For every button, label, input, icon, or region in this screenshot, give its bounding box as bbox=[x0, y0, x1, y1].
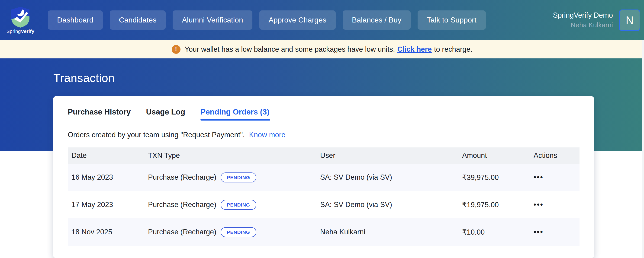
org-name: SpringVerify Demo bbox=[553, 11, 613, 19]
nav-talk-to-support-button[interactable]: Talk to Support bbox=[418, 10, 486, 30]
avatar[interactable]: N bbox=[619, 9, 640, 31]
tab-usage-log[interactable]: Usage Log bbox=[146, 108, 185, 121]
cell-amount: ₹39,975.00 bbox=[458, 173, 530, 182]
cell-date: 16 May 2023 bbox=[68, 173, 144, 182]
transaction-card: Purchase History Usage Log Pending Order… bbox=[53, 96, 594, 258]
cell-txn-type: Purchase (Recharge) PENDING bbox=[144, 173, 316, 182]
status-badge: PENDING bbox=[220, 227, 256, 237]
nav-dashboard-button[interactable]: Dashboard bbox=[48, 10, 103, 30]
top-nav-bar: SpringVerify Dashboard Candidates Alumni… bbox=[0, 0, 644, 40]
table-row: 18 Nov 2025 Purchase (Recharge) PENDING … bbox=[68, 218, 580, 246]
shield-logo-icon bbox=[10, 6, 30, 28]
txn-type-text: Purchase (Recharge) bbox=[148, 201, 216, 209]
status-badge: PENDING bbox=[220, 173, 256, 182]
txn-type-text: Purchase (Recharge) bbox=[148, 228, 216, 236]
nav-candidates-button[interactable]: Candidates bbox=[110, 10, 166, 30]
table-header-row: Date TXN Type User Amount Actions bbox=[68, 147, 580, 164]
cell-date: 17 May 2023 bbox=[68, 201, 144, 209]
column-header-user: User bbox=[316, 151, 458, 160]
cell-date: 18 Nov 2025 bbox=[68, 228, 144, 236]
recharge-link[interactable]: Click here bbox=[398, 45, 432, 53]
scrollbar[interactable] bbox=[642, 40, 644, 258]
low-balance-banner: ! Your wallet has a low balance and some… bbox=[0, 40, 644, 58]
cell-amount: ₹19,975.00 bbox=[458, 201, 530, 209]
nav-alumni-verification-button[interactable]: Alumni Verification bbox=[172, 10, 252, 30]
cell-user: Neha Kulkarni bbox=[316, 228, 458, 236]
table-row: 16 May 2023 Purchase (Recharge) PENDING … bbox=[68, 164, 580, 191]
more-actions-icon[interactable]: ••• bbox=[534, 173, 544, 181]
status-badge: PENDING bbox=[220, 200, 256, 210]
description-text: Orders created by your team using "Reque… bbox=[68, 131, 245, 139]
tab-pending-orders[interactable]: Pending Orders (3) bbox=[200, 108, 269, 121]
column-header-amount: Amount bbox=[458, 151, 530, 160]
tab-purchase-history[interactable]: Purchase History bbox=[68, 108, 130, 121]
brand-name: SpringVerify bbox=[6, 28, 34, 34]
pending-orders-table: Date TXN Type User Amount Actions 16 May… bbox=[68, 147, 580, 246]
know-more-link[interactable]: Know more bbox=[249, 131, 286, 139]
brand-logo[interactable]: SpringVerify bbox=[5, 6, 36, 34]
user-name: Neha Kulkarni bbox=[553, 21, 613, 29]
page-title: Transaction bbox=[0, 58, 644, 85]
table-row: 17 May 2023 Purchase (Recharge) PENDING … bbox=[68, 191, 580, 218]
nav-approve-charges-button[interactable]: Approve Charges bbox=[259, 10, 336, 30]
banner-message: Your wallet has a low balance and some p… bbox=[185, 45, 395, 53]
txn-type-text: Purchase (Recharge) bbox=[148, 173, 216, 182]
nav-balances-buy-button[interactable]: Balances / Buy bbox=[343, 10, 410, 30]
transaction-tabs: Purchase History Usage Log Pending Order… bbox=[68, 108, 580, 121]
main-content: Transaction Purchase History Usage Log P… bbox=[0, 58, 644, 258]
more-actions-icon[interactable]: ••• bbox=[534, 228, 544, 236]
cell-txn-type: Purchase (Recharge) PENDING bbox=[144, 227, 316, 237]
cell-txn-type: Purchase (Recharge) PENDING bbox=[144, 200, 316, 210]
main-nav: Dashboard Candidates Alumni Verification… bbox=[48, 10, 486, 30]
column-header-actions: Actions bbox=[530, 151, 580, 160]
warning-icon: ! bbox=[172, 45, 180, 54]
more-actions-icon[interactable]: ••• bbox=[534, 200, 544, 209]
banner-suffix: to recharge. bbox=[434, 45, 472, 53]
tab-description: Orders created by your team using "Reque… bbox=[68, 131, 580, 139]
cell-user: SA: SV Demo (via SV) bbox=[316, 201, 458, 209]
column-header-txn-type: TXN Type bbox=[144, 151, 316, 160]
column-header-date: Date bbox=[68, 151, 144, 160]
cell-amount: ₹10.00 bbox=[458, 228, 530, 237]
user-info: SpringVerify Demo Neha Kulkarni bbox=[553, 11, 613, 29]
cell-user: SA: SV Demo (via SV) bbox=[316, 173, 458, 182]
header-user-area: SpringVerify Demo Neha Kulkarni N bbox=[553, 9, 640, 31]
